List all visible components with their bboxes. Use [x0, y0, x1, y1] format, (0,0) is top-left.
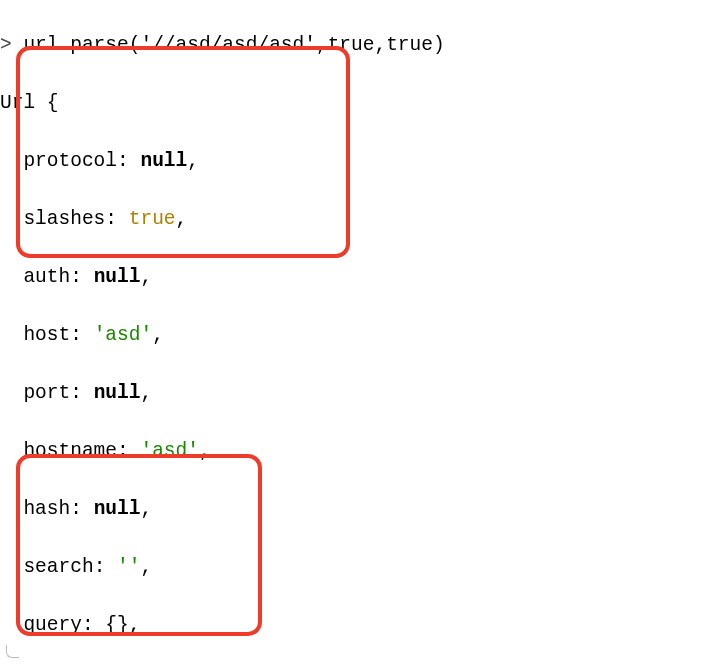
- prop-query-1: query: {},: [0, 611, 716, 640]
- repl-input-1: url.parse('//asd/asd/asd',true,true): [23, 34, 444, 56]
- prop-hostname-1: hostname: 'asd',: [0, 437, 716, 466]
- prop-auth-1: auth: null,: [0, 263, 716, 292]
- prompt-caret-icon: >: [0, 34, 23, 56]
- window-corner-icon: [6, 645, 19, 658]
- prop-slashes-1: slashes: true,: [0, 205, 716, 234]
- prop-hash-1: hash: null,: [0, 495, 716, 524]
- object-header-1: Url {: [0, 89, 716, 118]
- prop-search-1: search: '',: [0, 553, 716, 582]
- prop-port-1: port: null,: [0, 379, 716, 408]
- terminal-output: > url.parse('//asd/asd/asd',true,true) U…: [0, 0, 716, 670]
- repl-input-line-1[interactable]: > url.parse('//asd/asd/asd',true,true): [0, 31, 716, 60]
- prop-host-1: host: 'asd',: [0, 321, 716, 350]
- prop-protocol-1: protocol: null,: [0, 147, 716, 176]
- highlight-box-2: [16, 454, 262, 636]
